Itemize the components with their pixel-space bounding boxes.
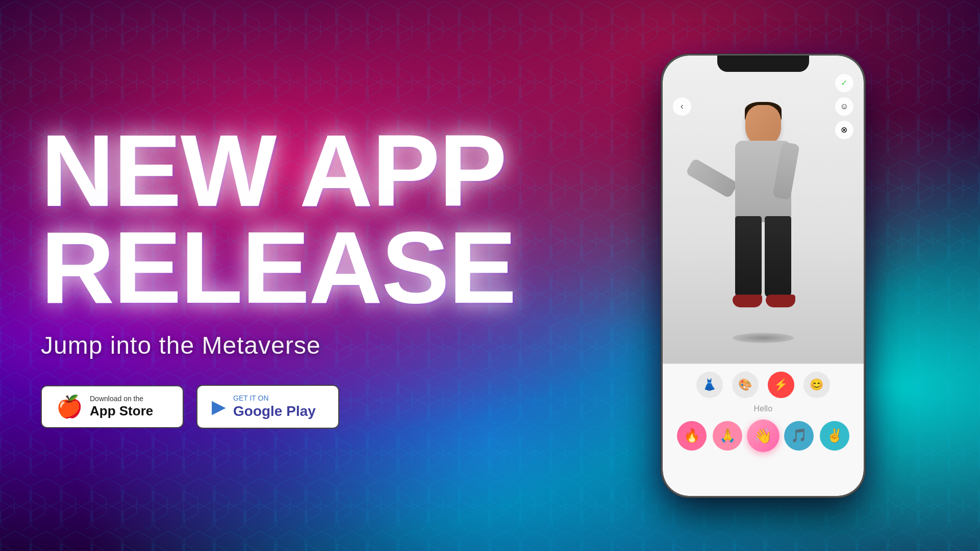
main-title: NEW APP RELEASE (41, 122, 516, 316)
app-store-large-text: App Store (90, 403, 153, 419)
fire-emoji-button[interactable]: 🔥 (677, 421, 707, 451)
google-play-small-text: GET IT ON (233, 394, 316, 403)
wave-emoji-button[interactable]: 👋 (747, 419, 780, 452)
google-play-text: GET IT ON Google Play (233, 394, 316, 419)
hanger-button[interactable]: 👗 (696, 372, 723, 398)
face-button[interactable]: 😊 (803, 372, 830, 398)
subtitle: Jump into the Metaverse (41, 331, 516, 359)
avatar-shadow (733, 333, 794, 343)
back-icon: ‹ (681, 101, 684, 112)
smiley-icon: ☺ (840, 102, 848, 111)
left-section: NEW APP RELEASE Jump into the Metaverse … (0, 0, 546, 551)
check-icon: ✓ (841, 78, 847, 88)
avatar-arm-left (685, 158, 738, 198)
google-play-button[interactable]: ▶ GET IT ON Google Play (196, 385, 339, 429)
avatar-shoe-right (766, 295, 795, 307)
phone-mockup: ‹ ✓ ☺ ⊗ (661, 54, 865, 497)
google-play-icon: ▶ (212, 398, 226, 416)
pray-emoji-button[interactable]: 🙏 (713, 421, 742, 451)
peace-emoji-button[interactable]: ✌️ (820, 421, 849, 451)
phone-avatar-area: ‹ ✓ ☺ ⊗ (663, 56, 864, 363)
phone-screen: ‹ ✓ ☺ ⊗ (663, 56, 864, 496)
lightning-button[interactable]: ⚡ (768, 372, 794, 398)
phone-notch (717, 56, 809, 72)
smiley-button[interactable]: ☺ (835, 97, 853, 116)
phone-back-button[interactable]: ‹ (673, 97, 691, 116)
app-store-text: Download on the App Store (90, 395, 153, 419)
phone-top-bar: ‹ ✓ ☺ ⊗ (663, 74, 864, 139)
title-line2: RELEASE (41, 211, 516, 324)
emoji-row: 🔥 🙏 👋 🎵 ✌️ (677, 421, 849, 451)
google-play-large-text: Google Play (233, 403, 316, 420)
hello-label: Hello (754, 404, 772, 413)
phone-bottom-panel: 👗 🎨 ⚡ 😊 Hello 🔥 🙏 👋 🎵 ✌️ (663, 363, 864, 496)
app-store-button[interactable]: 🍎 Download on the App Store (41, 385, 184, 428)
right-section: ‹ ✓ ☺ ⊗ (546, 0, 980, 551)
apple-icon: 🍎 (56, 396, 83, 417)
app-store-small-text: Download on the (90, 395, 153, 403)
avatar-pants-left (735, 216, 762, 298)
check-button[interactable]: ✓ (835, 74, 853, 92)
share-button[interactable]: ⊗ (835, 121, 853, 139)
music-emoji-button[interactable]: 🎵 (784, 421, 814, 451)
phone-right-icons: ✓ ☺ ⊗ (835, 74, 853, 139)
content-area: NEW APP RELEASE Jump into the Metaverse … (0, 0, 980, 551)
store-buttons: 🍎 Download on the App Store ▶ GET IT ON … (41, 385, 516, 429)
avatar-pants-right (765, 216, 791, 298)
color-button[interactable]: 🎨 (732, 372, 759, 398)
share-icon: ⊗ (841, 125, 847, 135)
phone-action-icons: 👗 🎨 ⚡ 😊 (696, 372, 830, 398)
avatar-shoe-left (733, 295, 762, 307)
